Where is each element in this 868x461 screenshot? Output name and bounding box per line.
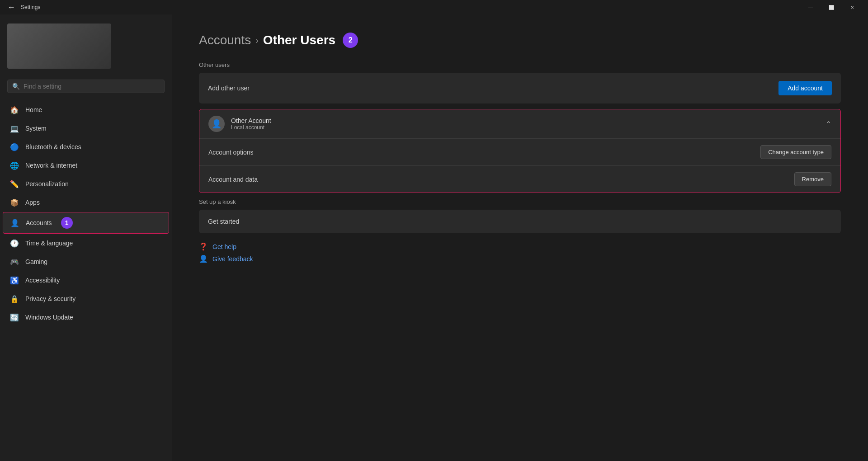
give-feedback-label: Give feedback xyxy=(212,255,253,263)
sidebar-item-label-time: Time & language xyxy=(25,240,73,247)
add-account-button[interactable]: Add account xyxy=(778,81,832,95)
minimize-button[interactable]: — xyxy=(800,0,821,14)
profile-image xyxy=(7,24,111,69)
sidebar-item-network[interactable]: 🌐Network & internet xyxy=(3,156,169,174)
account-name: Other Account xyxy=(231,117,819,124)
add-user-row: Add other user Add account xyxy=(199,73,841,103)
search-box[interactable]: 🔍 xyxy=(7,80,165,93)
main-content: Accounts › Other Users 2 Other users Add… xyxy=(172,14,868,461)
sidebar-nav: 🏠Home💻System🔵Bluetooth & devices🌐Network… xyxy=(0,100,172,327)
account-card: 👤 Other Account Local account ⌃ Account … xyxy=(199,109,841,193)
apps-icon: 📦 xyxy=(10,198,19,207)
titlebar: ← Settings — ⬜ ✕ xyxy=(0,0,868,14)
get-help-icon: ❓ xyxy=(199,242,208,251)
sidebar-item-bluetooth[interactable]: 🔵Bluetooth & devices xyxy=(3,138,169,156)
sidebar-item-privacy[interactable]: 🔒Privacy & security xyxy=(3,290,169,308)
sidebar: 🔍 🏠Home💻System🔵Bluetooth & devices🌐Netwo… xyxy=(0,14,172,461)
sidebar-item-label-bluetooth: Bluetooth & devices xyxy=(25,143,81,151)
sidebar-item-time[interactable]: 🕐Time & language xyxy=(3,234,169,252)
sidebar-item-label-gaming: Gaming xyxy=(25,258,47,265)
accessibility-icon: ♿ xyxy=(10,276,19,285)
kiosk-get-started-label: Get started xyxy=(208,218,239,225)
remove-button[interactable]: Remove xyxy=(794,172,831,186)
sidebar-item-update[interactable]: 🔄Windows Update xyxy=(3,308,169,326)
add-user-label: Add other user xyxy=(208,85,250,92)
profile-section xyxy=(0,14,172,76)
maximize-button[interactable]: ⬜ xyxy=(821,0,842,14)
search-input[interactable] xyxy=(24,83,160,90)
add-user-card: Add other user Add account xyxy=(199,73,841,103)
breadcrumb: Accounts › Other Users 2 xyxy=(199,33,841,48)
other-users-section-title: Other users xyxy=(199,61,841,68)
gaming-icon: 🎮 xyxy=(10,257,19,266)
accounts-icon: 👤 xyxy=(10,218,19,227)
get-help-label: Get help xyxy=(212,243,236,250)
sidebar-item-home[interactable]: 🏠Home xyxy=(3,101,169,119)
app-body: 🔍 🏠Home💻System🔵Bluetooth & devices🌐Netwo… xyxy=(0,14,868,461)
personalization-icon: ✏️ xyxy=(10,179,19,188)
bluetooth-icon: 🔵 xyxy=(10,142,19,151)
account-type: Local account xyxy=(231,124,819,131)
account-data-label: Account and data xyxy=(208,176,258,183)
sidebar-item-accessibility[interactable]: ♿Accessibility xyxy=(3,271,169,289)
avatar: 👤 xyxy=(208,116,225,132)
system-icon: 💻 xyxy=(10,124,19,133)
time-icon: 🕐 xyxy=(10,239,19,248)
sidebar-badge-accounts: 1 xyxy=(61,217,73,229)
kiosk-section-title: Set up a kiosk xyxy=(199,198,841,205)
home-icon: 🏠 xyxy=(10,105,19,114)
give-feedback-icon: 👤 xyxy=(199,254,208,263)
sidebar-item-personalization[interactable]: ✏️Personalization xyxy=(3,175,169,193)
sidebar-item-label-privacy: Privacy & security xyxy=(25,295,75,302)
chevron-up-icon: ⌃ xyxy=(826,120,831,128)
sidebar-item-accounts[interactable]: 👤Accounts1 xyxy=(3,212,169,234)
update-icon: 🔄 xyxy=(10,313,19,322)
privacy-icon: 🔒 xyxy=(10,294,19,303)
help-links: ❓Get help👤Give feedback xyxy=(199,242,841,263)
account-options-label: Account options xyxy=(208,149,254,156)
search-icon: 🔍 xyxy=(12,83,20,90)
account-options-row: Account options Change account type xyxy=(199,138,840,165)
kiosk-card[interactable]: Get started xyxy=(199,210,841,233)
sidebar-item-label-personalization: Personalization xyxy=(25,180,69,188)
sidebar-item-system[interactable]: 💻System xyxy=(3,119,169,137)
give-feedback-link[interactable]: 👤Give feedback xyxy=(199,254,841,263)
get-help-link[interactable]: ❓Get help xyxy=(199,242,841,251)
sidebar-item-label-accounts: Accounts xyxy=(26,219,52,226)
sidebar-item-gaming[interactable]: 🎮Gaming xyxy=(3,253,169,271)
window-controls: — ⬜ ✕ xyxy=(800,0,863,14)
sidebar-item-apps[interactable]: 📦Apps xyxy=(3,193,169,212)
sidebar-item-label-home: Home xyxy=(25,106,42,113)
sidebar-item-label-system: System xyxy=(25,125,47,132)
network-icon: 🌐 xyxy=(10,161,19,170)
change-account-type-button[interactable]: Change account type xyxy=(760,145,831,159)
breadcrumb-parent[interactable]: Accounts xyxy=(199,33,251,47)
account-data-row: Account and data Remove xyxy=(199,165,840,193)
breadcrumb-badge: 2 xyxy=(343,33,358,48)
sidebar-item-label-update: Windows Update xyxy=(25,314,73,321)
back-button[interactable]: ← xyxy=(5,1,17,14)
account-header[interactable]: 👤 Other Account Local account ⌃ xyxy=(199,109,840,138)
breadcrumb-current: Other Users xyxy=(263,33,335,47)
sidebar-item-label-accessibility: Accessibility xyxy=(25,277,60,284)
account-info: Other Account Local account xyxy=(231,117,819,131)
app-title: Settings xyxy=(21,4,40,10)
breadcrumb-separator: › xyxy=(255,35,259,46)
close-button[interactable]: ✕ xyxy=(842,0,863,14)
sidebar-item-label-apps: Apps xyxy=(25,199,40,206)
sidebar-item-label-network: Network & internet xyxy=(25,162,77,169)
